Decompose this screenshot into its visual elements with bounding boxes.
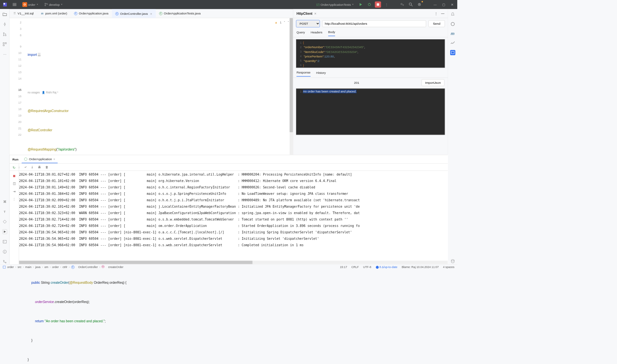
commit-tool-icon[interactable] bbox=[2, 22, 7, 27]
pull-requests-icon[interactable] bbox=[2, 32, 7, 37]
close-window-button[interactable]: ✕ bbox=[449, 1, 455, 7]
scroll-end-icon[interactable]: ⤓ bbox=[31, 165, 33, 169]
settings-icon[interactable] bbox=[416, 1, 422, 7]
console-output[interactable]: 2024-04-11T18:30:01.027+02:00 INFO 60504… bbox=[19, 171, 448, 259]
send-button[interactable]: Send bbox=[428, 20, 445, 27]
terminal-tool-icon[interactable] bbox=[2, 239, 7, 244]
branch-dropdown[interactable]: develop ▼ bbox=[43, 2, 64, 7]
clear-icon[interactable]: 🗑 bbox=[45, 165, 49, 169]
file-encoding[interactable]: UTF-8 bbox=[363, 265, 371, 269]
hamburger-icon[interactable] bbox=[12, 1, 18, 7]
chevron-down-icon: ▼ bbox=[352, 3, 354, 5]
svg-point-39 bbox=[24, 158, 27, 160]
more-actions-icon[interactable]: ⋮ bbox=[383, 1, 389, 7]
services-icon[interactable] bbox=[2, 219, 7, 224]
statusbar: order› src› main› java› om› order› ctrlr… bbox=[0, 264, 457, 270]
http-url-input[interactable] bbox=[322, 20, 426, 27]
screenshot-icon[interactable]: ◫ bbox=[13, 182, 16, 185]
svg-line-16 bbox=[411, 5, 413, 6]
maximize-button[interactable]: ▢ bbox=[441, 1, 447, 7]
database-tool-icon[interactable] bbox=[450, 259, 455, 264]
coverage-icon[interactable] bbox=[450, 40, 455, 46]
code-with-me-icon[interactable] bbox=[399, 1, 405, 7]
request-tabs: Query Headers Body bbox=[293, 29, 448, 37]
debug-button[interactable] bbox=[366, 1, 372, 7]
right-toolbar: m bbox=[448, 9, 457, 264]
request-body-editor[interactable]: 123456 { "orderNumber":"DE3343INT4323423… bbox=[296, 39, 445, 68]
tab-body[interactable]: Body bbox=[328, 30, 335, 36]
tab-orderapp[interactable]: COrderApplication.java bbox=[71, 9, 112, 18]
method-icon: ⓜ bbox=[102, 265, 104, 269]
close-tab-icon[interactable]: × bbox=[53, 157, 55, 161]
left-toolbar: ⋯ ⌘ T bbox=[0, 9, 10, 264]
more-icon[interactable]: ⋮ bbox=[13, 197, 16, 201]
exit-icon[interactable]: ⇥ bbox=[13, 190, 15, 193]
line-separator[interactable]: CRLF bbox=[351, 265, 359, 269]
more-tools-icon[interactable]: ⋯ bbox=[2, 52, 7, 57]
spring-icon bbox=[24, 157, 27, 160]
svg-rect-27 bbox=[3, 45, 4, 46]
run-tool-icon[interactable] bbox=[2, 229, 7, 234]
svg-marker-28 bbox=[3, 220, 6, 223]
http-client-tool-icon[interactable] bbox=[450, 50, 455, 55]
tab-ordercontroller[interactable]: COrderController.java× bbox=[112, 9, 156, 18]
tab-tests[interactable]: COrderApplicationTests.java bbox=[156, 9, 204, 18]
minimize-button[interactable]: — bbox=[432, 1, 438, 7]
console-toolbar: ↑ ↓ ⤶ ⤓ 🖶 🗑 bbox=[10, 164, 448, 171]
keymap-icon[interactable]: ⌘ bbox=[2, 199, 7, 204]
vcs-status[interactable]: ⬤ 8 ∆/up-to-date bbox=[376, 265, 398, 269]
chevron-down-icon: ▼ bbox=[36, 3, 39, 5]
close-panel-icon[interactable]: × bbox=[314, 12, 316, 15]
tab-response[interactable]: Response bbox=[297, 71, 310, 77]
http-client-panel: HttpClient × ⋮ — POST Send Query Headers… bbox=[293, 9, 448, 155]
svg-point-19 bbox=[4, 23, 5, 25]
caret-position[interactable]: 15:17 bbox=[340, 265, 347, 269]
project-tool-icon[interactable] bbox=[2, 12, 7, 17]
code-editor[interactable]: ▲ 1 ˄ ˅ 2 3 8 9 10 11 12 13 14 15 16 17 … bbox=[10, 18, 293, 155]
indent-setting[interactable]: 4 spaces bbox=[443, 265, 454, 269]
search-icon[interactable] bbox=[408, 1, 414, 7]
svg-rect-40 bbox=[3, 266, 5, 268]
console-h-scrollbar[interactable] bbox=[19, 261, 448, 264]
stop-icon[interactable]: ◼ bbox=[13, 174, 15, 178]
run-config-tab[interactable]: OrderApplication × bbox=[22, 155, 58, 163]
tab-headers[interactable]: Headers bbox=[311, 30, 322, 36]
response-body-viewer[interactable]: 1 An order has been created and placed. bbox=[296, 89, 445, 135]
run-config-dropdown[interactable]: ⟨/⟩ OrderApplicationTests ▼ bbox=[315, 2, 355, 7]
run-button[interactable] bbox=[358, 1, 364, 7]
ai-assistant-icon[interactable] bbox=[450, 22, 455, 27]
tab-sql[interactable]: ☰V1__init.sql bbox=[10, 9, 37, 18]
soft-wrap-icon[interactable]: ⤶ bbox=[24, 165, 27, 169]
close-tab-icon[interactable]: × bbox=[150, 12, 152, 16]
run-left-toolbar: ↻ ◼ ◫ ⇥ ⋮ bbox=[10, 164, 19, 264]
structure-tool-icon[interactable] bbox=[2, 42, 7, 47]
editor-scrollbar[interactable] bbox=[290, 18, 293, 155]
code-lens[interactable]: no usages 👤 Rishi Raj * bbox=[28, 90, 288, 95]
svg-point-18 bbox=[419, 4, 420, 5]
tab-history[interactable]: History bbox=[316, 71, 326, 76]
http-method-select[interactable]: POST bbox=[296, 20, 320, 27]
notifications-icon[interactable] bbox=[450, 12, 455, 17]
vcs-tool-icon[interactable] bbox=[2, 259, 7, 264]
tab-query[interactable]: Query bbox=[297, 30, 305, 36]
import-json-button[interactable]: ImportJson bbox=[422, 79, 444, 86]
maven-tool-icon[interactable]: m bbox=[450, 31, 455, 36]
print-icon[interactable]: 🖶 bbox=[38, 165, 41, 169]
line-gutter: 2 3 8 9 10 11 12 13 14 15 16 17 18 19 20… bbox=[10, 18, 26, 155]
text-tool-icon[interactable]: T bbox=[2, 209, 7, 214]
project-badge: O bbox=[22, 2, 27, 7]
problems-tool-icon[interactable] bbox=[2, 249, 7, 254]
rerun-icon[interactable]: ↻ bbox=[13, 166, 15, 169]
stop-button[interactable] bbox=[375, 1, 381, 7]
svg-point-13 bbox=[401, 3, 402, 4]
run-title: Run bbox=[13, 158, 19, 161]
breadcrumb[interactable]: order› src› main› java› om› order› ctrlr… bbox=[3, 265, 123, 269]
panel-hide-icon[interactable]: — bbox=[441, 12, 444, 15]
project-dropdown[interactable]: O order ▼ bbox=[21, 1, 40, 8]
tab-pom[interactable]: mpom.xml (order) bbox=[37, 9, 71, 18]
svg-rect-1 bbox=[4, 3, 5, 4]
app-logo-icon[interactable] bbox=[2, 1, 8, 7]
git-blame[interactable]: Blame: Raj 10.04.2024 11:07 bbox=[402, 265, 439, 269]
panel-options-icon[interactable]: ⋮ bbox=[434, 12, 438, 15]
test-class-icon: C bbox=[159, 12, 162, 15]
